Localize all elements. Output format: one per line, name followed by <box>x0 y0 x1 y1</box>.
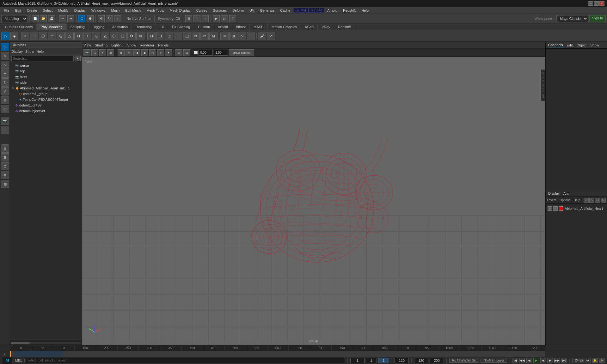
vp-shadows-btn[interactable]: ◑ <box>133 49 140 56</box>
tab-fx[interactable]: FX <box>156 23 168 30</box>
menu-surfaces[interactable]: Surfaces <box>211 8 229 13</box>
vp-hud-btn[interactable]: ⊟ <box>183 49 190 56</box>
sign-in-btn[interactable]: Sign In <box>589 15 606 22</box>
menu-redshift[interactable]: Redshift <box>340 8 358 13</box>
open-btn[interactable]: 📂 <box>40 15 47 22</box>
plane-btn[interactable]: ▱ <box>48 32 56 40</box>
vp-exposure-input[interactable] <box>199 50 213 56</box>
prev-frame-btn[interactable]: ◀ <box>526 358 532 363</box>
current-frame-input[interactable] <box>366 358 377 363</box>
pause-btn[interactable]: ⏸ <box>229 15 236 22</box>
vp-wireframe-btn[interactable]: ⬡ <box>91 49 98 56</box>
prism-btn[interactable]: ▽ <box>92 32 100 40</box>
outliner-item-top[interactable]: 📷 top <box>10 68 82 74</box>
extrude-btn[interactable]: ⊡ <box>147 32 156 40</box>
menu-arnold[interactable]: Arnold <box>325 8 340 13</box>
status-icon-2[interactable]: ⚙ <box>599 358 604 363</box>
quick-layout-2[interactable]: ⊟ <box>1 153 9 161</box>
cylinder-btn[interactable]: ⬡ <box>39 32 47 40</box>
outliner-item-default-object-set[interactable]: ⚙ defaultObjectSet <box>10 108 82 114</box>
menu-create[interactable]: Create <box>24 8 40 13</box>
menu-mesh-display[interactable]: Mesh Display <box>167 8 193 13</box>
ipr-btn[interactable]: ▷ <box>221 15 228 22</box>
step-back-btn[interactable]: ◀◀ <box>519 358 525 363</box>
menu-windows[interactable]: Windows <box>89 8 108 13</box>
show-manip-btn[interactable]: ⊟ <box>1 126 9 134</box>
range-end-input[interactable] <box>414 358 428 363</box>
outliner-item-heart[interactable]: ▼ ⬢ Abiomed_Artificial_Heart_nd1_1 <box>10 85 82 91</box>
menu-mesh-tools[interactable]: Mesh Tools <box>144 8 166 13</box>
tab-rigging[interactable]: Rigging <box>89 23 108 30</box>
tab-mash[interactable]: MASH <box>250 23 268 30</box>
outliner-item-camera-group[interactable]: ⬡ camera1_group <box>10 91 82 97</box>
outliner-item-default-light-set[interactable]: ⚙ defaultLightSet <box>10 102 82 108</box>
new-scene-btn[interactable]: 📄 <box>32 15 39 22</box>
frame-display[interactable] <box>378 358 389 363</box>
select-tool-btn[interactable]: ⬡ <box>78 15 85 22</box>
snap-point-btn[interactable]: · <box>202 15 209 22</box>
smooth-btn[interactable]: ◫ <box>183 32 191 40</box>
minimize-btn[interactable]: ─ <box>588 1 593 6</box>
conform-btn[interactable]: ⊠ <box>209 32 218 40</box>
maximize-btn[interactable]: □ <box>594 1 599 6</box>
quick-layout-3[interactable]: ⊡ <box>1 162 9 170</box>
fill-hole-btn[interactable]: ⊞ <box>165 32 173 40</box>
viewport-menu-lighting[interactable]: Lighting <box>111 43 124 47</box>
vp-gamma-input[interactable] <box>214 50 228 56</box>
separate-btn[interactable]: ⧈ <box>200 32 209 40</box>
vp-lights-btn[interactable]: ☀ <box>126 49 132 56</box>
timeline-bar[interactable]: ▸ <box>0 351 607 356</box>
max-frame-input[interactable] <box>430 358 444 363</box>
quick-layout-5[interactable]: ▦ <box>1 180 9 188</box>
outliner-item-front[interactable]: 📷 front <box>10 74 82 80</box>
save-btn[interactable]: 💾 <box>48 15 55 22</box>
outliner-search-input[interactable] <box>11 56 74 61</box>
viewport-menu-show[interactable]: Show <box>127 43 136 47</box>
move-btn[interactable]: ✛ <box>98 15 105 22</box>
lasso-btn[interactable]: ∿ <box>1 61 9 69</box>
vp-shaded-btn[interactable]: ● <box>99 49 106 56</box>
tab-redshift[interactable]: Redshift <box>334 23 355 30</box>
select-icon-btn[interactable]: ▷ <box>1 32 9 40</box>
scale-tool-btn[interactable]: ⤢ <box>1 87 9 95</box>
rotate-tool-btn[interactable]: ↻ <box>1 78 9 87</box>
menu-uv[interactable]: UV <box>247 8 257 13</box>
modeling-dropdown[interactable]: Modeling Animation Rigging <box>1 15 28 22</box>
right-tab-object[interactable]: Object <box>576 43 586 47</box>
layer-options-btn[interactable]: ◁ <box>595 198 600 203</box>
tab-curves-surfaces[interactable]: Curves / Surfaces <box>1 23 37 30</box>
select-component-btn[interactable]: ◈ <box>10 32 18 40</box>
gear-btn[interactable]: ⚙ <box>127 32 136 40</box>
vp-isolate-btn[interactable]: ◉ <box>118 49 125 56</box>
vp-textured-btn[interactable]: ⊞ <box>107 49 114 56</box>
menu-select[interactable]: Select <box>40 8 55 13</box>
relax-btn[interactable]: ≋ <box>267 32 275 40</box>
lattice-btn[interactable]: ⊞ <box>229 32 237 40</box>
right-sub-tab-display[interactable]: Display <box>548 191 560 195</box>
menu-generate[interactable]: Generate <box>257 8 277 13</box>
goto-start-btn[interactable]: |◀ <box>512 358 518 363</box>
outliner-item-side[interactable]: 📷 side <box>10 80 82 85</box>
viewport-menu-panels[interactable]: Panels <box>158 43 169 47</box>
tab-animation[interactable]: Animation <box>108 23 132 30</box>
camera-view-btn[interactable]: 📷 <box>1 117 9 125</box>
outliner-menu-show[interactable]: Show <box>25 50 34 53</box>
right-tab-show[interactable]: Show <box>590 43 599 47</box>
tab-vray[interactable]: VRay <box>318 23 334 30</box>
layer-playback-btn[interactable]: P <box>553 206 558 211</box>
cube-btn[interactable]: □ <box>30 32 38 40</box>
step-fwd-btn[interactable]: ▶▶ <box>554 358 560 363</box>
tab-xgen[interactable]: XGen <box>301 23 318 30</box>
cone-btn[interactable]: △ <box>65 32 74 40</box>
vp-motion-blur-btn[interactable]: ≋ <box>157 49 164 56</box>
outliner-menu-help[interactable]: Help <box>37 50 44 53</box>
affinity-editor-strip[interactable]: Attribute Editor <box>541 70 545 101</box>
right-layer-tab-help[interactable]: Help <box>573 198 580 202</box>
goto-end-btn[interactable]: ▶| <box>561 358 567 363</box>
menu-3dtoall[interactable]: 3DToAll <box>309 8 324 13</box>
tab-bifrost[interactable]: Bifrost <box>232 23 250 30</box>
snap-curve-btn[interactable]: ⌒ <box>193 15 200 22</box>
deform-btn[interactable]: ⌗ <box>220 32 229 40</box>
no-character-set-btn[interactable]: No Character Set <box>449 358 479 363</box>
end-frame-input[interactable] <box>395 358 409 363</box>
